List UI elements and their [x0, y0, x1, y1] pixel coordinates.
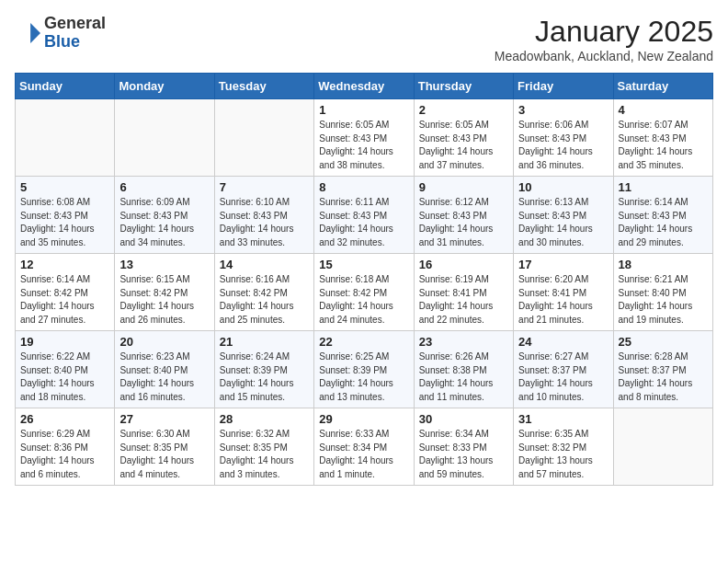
day-number: 18 [619, 258, 708, 271]
day-number: 5 [20, 180, 109, 194]
day-info: Sunrise: 6:30 AM Sunset: 8:35 PM Dayligh… [119, 428, 209, 481]
day-info: Sunrise: 6:34 AM Sunset: 8:33 PM Dayligh… [419, 428, 508, 481]
day-number: 16 [419, 258, 508, 271]
day-info: Sunrise: 6:16 AM Sunset: 8:42 PM Dayligh… [220, 273, 309, 327]
day-info: Sunrise: 6:27 AM Sunset: 8:37 PM Dayligh… [518, 350, 608, 404]
calendar-week-row: 12Sunrise: 6:14 AM Sunset: 8:42 PM Dayli… [16, 254, 713, 331]
weekday-header: Wednesday [314, 74, 414, 99]
weekday-header: Tuesday [214, 74, 313, 99]
calendar-cell: 13Sunrise: 6:15 AM Sunset: 8:42 PM Dayli… [115, 254, 214, 331]
calendar-cell: 24Sunrise: 6:27 AM Sunset: 8:37 PM Dayli… [514, 331, 613, 408]
calendar-cell: 8Sunrise: 6:11 AM Sunset: 8:43 PM Daylig… [314, 177, 414, 254]
day-number: 12 [20, 258, 109, 271]
day-number: 13 [119, 258, 209, 271]
day-info: Sunrise: 6:09 AM Sunset: 8:43 PM Dayligh… [119, 196, 209, 249]
location: Meadowbank, Auckland, New Zealand [495, 49, 713, 63]
day-info: Sunrise: 6:13 AM Sunset: 8:43 PM Dayligh… [518, 196, 608, 249]
logo-icon [15, 20, 40, 46]
day-number: 21 [220, 335, 309, 349]
calendar-cell: 14Sunrise: 6:16 AM Sunset: 8:42 PM Dayli… [214, 254, 313, 331]
day-info: Sunrise: 6:12 AM Sunset: 8:43 PM Dayligh… [419, 196, 508, 249]
calendar-cell: 19Sunrise: 6:22 AM Sunset: 8:40 PM Dayli… [16, 331, 115, 408]
calendar-cell: 15Sunrise: 6:18 AM Sunset: 8:42 PM Dayli… [314, 254, 414, 331]
calendar-week-row: 1Sunrise: 6:05 AM Sunset: 8:43 PM Daylig… [16, 99, 713, 177]
day-info: Sunrise: 6:23 AM Sunset: 8:40 PM Dayligh… [119, 350, 209, 404]
calendar-cell: 2Sunrise: 6:05 AM Sunset: 8:43 PM Daylig… [414, 99, 513, 177]
day-info: Sunrise: 6:28 AM Sunset: 8:37 PM Dayligh… [619, 350, 708, 404]
day-number: 22 [319, 335, 408, 349]
day-info: Sunrise: 6:05 AM Sunset: 8:43 PM Dayligh… [419, 119, 508, 172]
logo-general: General [44, 14, 106, 32]
logo-blue: Blue [44, 32, 80, 51]
calendar-week-row: 5Sunrise: 6:08 AM Sunset: 8:43 PM Daylig… [16, 177, 713, 254]
calendar-week-row: 26Sunrise: 6:29 AM Sunset: 8:36 PM Dayli… [16, 408, 713, 486]
calendar-cell: 30Sunrise: 6:34 AM Sunset: 8:33 PM Dayli… [414, 408, 513, 486]
day-number: 17 [518, 258, 608, 271]
calendar-week-row: 19Sunrise: 6:22 AM Sunset: 8:40 PM Dayli… [16, 331, 713, 408]
day-number: 14 [220, 258, 309, 271]
day-info: Sunrise: 6:25 AM Sunset: 8:39 PM Dayligh… [319, 350, 408, 404]
day-number: 29 [319, 412, 408, 426]
weekday-header: Monday [115, 74, 214, 99]
day-number: 25 [619, 335, 708, 349]
calendar-cell: 12Sunrise: 6:14 AM Sunset: 8:42 PM Dayli… [16, 254, 115, 331]
calendar-cell: 27Sunrise: 6:30 AM Sunset: 8:35 PM Dayli… [115, 408, 214, 486]
day-info: Sunrise: 6:06 AM Sunset: 8:43 PM Dayligh… [518, 119, 608, 172]
day-number: 6 [119, 180, 209, 194]
day-number: 7 [220, 180, 309, 194]
day-info: Sunrise: 6:14 AM Sunset: 8:43 PM Dayligh… [619, 196, 708, 249]
calendar-cell: 10Sunrise: 6:13 AM Sunset: 8:43 PM Dayli… [514, 177, 613, 254]
day-number: 19 [20, 335, 109, 349]
calendar-cell: 22Sunrise: 6:25 AM Sunset: 8:39 PM Dayli… [314, 331, 414, 408]
calendar-cell: 23Sunrise: 6:26 AM Sunset: 8:38 PM Dayli… [414, 331, 513, 408]
calendar-cell: 1Sunrise: 6:05 AM Sunset: 8:43 PM Daylig… [314, 99, 414, 177]
calendar-cell: 11Sunrise: 6:14 AM Sunset: 8:43 PM Dayli… [613, 177, 712, 254]
day-info: Sunrise: 6:32 AM Sunset: 8:35 PM Dayligh… [220, 428, 309, 481]
page-header: General Blue January 2025 Meadowbank, Au… [15, 15, 713, 63]
day-info: Sunrise: 6:11 AM Sunset: 8:43 PM Dayligh… [319, 196, 408, 249]
calendar-cell: 4Sunrise: 6:07 AM Sunset: 8:43 PM Daylig… [613, 99, 712, 177]
calendar-cell: 28Sunrise: 6:32 AM Sunset: 8:35 PM Dayli… [214, 408, 313, 486]
day-number: 11 [619, 180, 708, 194]
weekday-header: Thursday [414, 74, 513, 99]
calendar-cell: 26Sunrise: 6:29 AM Sunset: 8:36 PM Dayli… [16, 408, 115, 486]
calendar-cell: 7Sunrise: 6:10 AM Sunset: 8:43 PM Daylig… [214, 177, 313, 254]
day-info: Sunrise: 6:08 AM Sunset: 8:43 PM Dayligh… [20, 196, 109, 249]
calendar-cell: 6Sunrise: 6:09 AM Sunset: 8:43 PM Daylig… [115, 177, 214, 254]
logo: General Blue [15, 15, 106, 52]
day-info: Sunrise: 6:21 AM Sunset: 8:40 PM Dayligh… [619, 273, 708, 327]
calendar-cell: 16Sunrise: 6:19 AM Sunset: 8:41 PM Dayli… [414, 254, 513, 331]
calendar-cell: 29Sunrise: 6:33 AM Sunset: 8:34 PM Dayli… [314, 408, 414, 486]
day-number: 4 [619, 103, 708, 117]
calendar-cell: 31Sunrise: 6:35 AM Sunset: 8:32 PM Dayli… [514, 408, 613, 486]
day-number: 24 [518, 335, 608, 349]
calendar-cell: 21Sunrise: 6:24 AM Sunset: 8:39 PM Dayli… [214, 331, 313, 408]
weekday-header-row: SundayMondayTuesdayWednesdayThursdayFrid… [16, 74, 713, 99]
day-number: 23 [419, 335, 508, 349]
day-info: Sunrise: 6:18 AM Sunset: 8:42 PM Dayligh… [319, 273, 408, 327]
day-number: 1 [319, 103, 408, 117]
svg-marker-0 [30, 23, 40, 43]
day-number: 10 [518, 180, 608, 194]
day-info: Sunrise: 6:05 AM Sunset: 8:43 PM Dayligh… [319, 119, 408, 172]
calendar-cell [115, 99, 214, 177]
day-info: Sunrise: 6:20 AM Sunset: 8:41 PM Dayligh… [518, 273, 608, 327]
weekday-header: Sunday [16, 74, 115, 99]
day-info: Sunrise: 6:35 AM Sunset: 8:32 PM Dayligh… [518, 428, 608, 481]
month-title: January 2025 [495, 15, 713, 49]
day-number: 2 [419, 103, 508, 117]
day-number: 27 [119, 412, 209, 426]
weekday-header: Saturday [613, 74, 712, 99]
weekday-header: Friday [514, 74, 613, 99]
day-number: 8 [319, 180, 408, 194]
title-area: January 2025 Meadowbank, Auckland, New Z… [495, 15, 713, 63]
day-number: 30 [419, 412, 508, 426]
day-number: 28 [220, 412, 309, 426]
day-number: 26 [20, 412, 109, 426]
day-info: Sunrise: 6:10 AM Sunset: 8:43 PM Dayligh… [220, 196, 309, 249]
day-info: Sunrise: 6:29 AM Sunset: 8:36 PM Dayligh… [20, 428, 109, 481]
calendar-cell: 25Sunrise: 6:28 AM Sunset: 8:37 PM Dayli… [613, 331, 712, 408]
day-number: 9 [419, 180, 508, 194]
calendar-cell: 3Sunrise: 6:06 AM Sunset: 8:43 PM Daylig… [514, 99, 613, 177]
day-info: Sunrise: 6:26 AM Sunset: 8:38 PM Dayligh… [419, 350, 508, 404]
